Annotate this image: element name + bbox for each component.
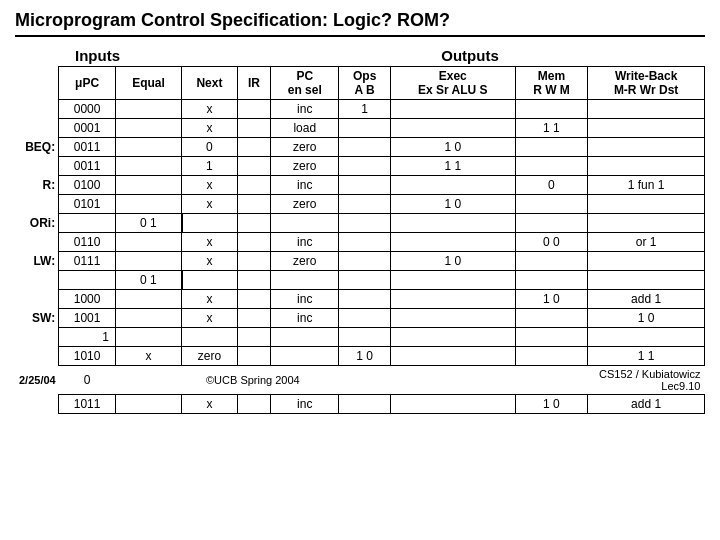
cell-mem [515, 347, 588, 366]
cell-ir [237, 252, 270, 271]
cell-pc: zero [271, 157, 339, 176]
cell-next: 0 [182, 138, 238, 157]
cell-upc: 0110 [59, 233, 116, 252]
table-row: BEQ: 0011 0 zero 1 0 [15, 138, 705, 157]
cell-ops [339, 271, 390, 290]
cell-copyright: ©UCB Spring 2004 [115, 366, 390, 395]
outputs-header: Outputs [235, 47, 705, 64]
cell-mem: 1 1 [515, 119, 588, 138]
cell-next: 1 [182, 157, 238, 176]
cell-ir [237, 214, 270, 233]
row-label [15, 290, 59, 309]
cell-mem [515, 271, 588, 290]
page-title: Microprogram Control Specification: Logi… [15, 10, 705, 37]
table-row: ORi: 0 1 [15, 214, 705, 233]
cell-upc [59, 214, 116, 233]
main-table: μPC Equal Next IR PCen sel OpsA B ExecEx… [15, 66, 705, 414]
cell-ops: 1 0 [339, 347, 390, 366]
cell-wb: add 1 [588, 290, 705, 309]
table-row: 0011 1 zero 1 1 [15, 157, 705, 176]
row-label [15, 347, 59, 366]
cell-next [182, 271, 238, 290]
cell-mem [515, 195, 588, 214]
table-row: 0110 x inc 0 0 or 1 [15, 233, 705, 252]
cell-upc: 1011 [59, 395, 116, 414]
table-row: R: 0100 x inc 0 1 fun 1 [15, 176, 705, 195]
cell-wb [588, 252, 705, 271]
table-row: 0000 x inc 1 [15, 100, 705, 119]
table-row: 0101 x zero 1 0 [15, 195, 705, 214]
cell-equal [115, 233, 181, 252]
cell-pc: zero [271, 195, 339, 214]
cell-ops: 1 [339, 100, 390, 119]
cell-ir [237, 347, 270, 366]
cell-mem [515, 157, 588, 176]
cell-next: x [182, 195, 238, 214]
cell-ops [339, 395, 390, 414]
cell-wb [588, 214, 705, 233]
cell-exec [390, 176, 515, 195]
table-row: 0 1 [15, 271, 705, 290]
table-row: 1 [15, 328, 705, 347]
th-exec: ExecEx Sr ALU S [390, 67, 515, 100]
cell-wb [588, 328, 705, 347]
th-mem: MemR W M [515, 67, 588, 100]
cell-wb: 1 1 [588, 347, 705, 366]
row-label: SW: [15, 309, 59, 328]
row-label [15, 157, 59, 176]
cell-wb: add 1 [588, 395, 705, 414]
th-wb: Write-BackM-R Wr Dst [588, 67, 705, 100]
cell-exec [390, 233, 515, 252]
cell-exec [390, 100, 515, 119]
cell-next: x [182, 233, 238, 252]
inputs-header: Inputs [75, 47, 235, 64]
section-headers: Inputs Outputs [75, 47, 705, 64]
cell-ops [339, 176, 390, 195]
cell-equal [115, 309, 181, 328]
cell-mem: 1 0 [515, 290, 588, 309]
cell-ops [339, 214, 390, 233]
cell-exec [390, 309, 515, 328]
cell-upc: 0011 [59, 157, 116, 176]
cell-equal [115, 119, 181, 138]
cell-ops [339, 157, 390, 176]
th-next: Next [182, 67, 238, 100]
cell-pc [271, 271, 339, 290]
cell-pc: zero [271, 138, 339, 157]
cell-ir [237, 195, 270, 214]
table-row: 0001 x load 1 1 [15, 119, 705, 138]
cell-upc [59, 271, 116, 290]
cell-exec [390, 214, 515, 233]
cell-exec [390, 290, 515, 309]
cell-pc: zero [271, 252, 339, 271]
cell-equal [115, 138, 181, 157]
cell-upc: 0111 [59, 252, 116, 271]
cell-mem [515, 214, 588, 233]
cell-upc: 0000 [59, 100, 116, 119]
cell-pc [271, 347, 339, 366]
cell-wb [588, 119, 705, 138]
table-row: 1010 x zero 1 0 1 1 [15, 347, 705, 366]
cell-ops [339, 290, 390, 309]
cell-ops [339, 328, 390, 347]
cell-pc: inc [271, 309, 339, 328]
cell-equal [115, 252, 181, 271]
row-label: ORi: [15, 214, 59, 233]
table-row-footer: 2/25/04 0 ©UCB Spring 2004 CS152 / Kubia… [15, 366, 705, 395]
row-label: BEQ: [15, 138, 59, 157]
cell-next [182, 214, 238, 233]
cell-pc: inc [271, 176, 339, 195]
cell-credit: CS152 / KubiatowiczLec9.10 [390, 366, 704, 395]
cell-ops [339, 233, 390, 252]
cell-exec: 1 0 [390, 138, 515, 157]
row-label: LW: [15, 252, 59, 271]
row-label [15, 119, 59, 138]
cell-equal [115, 100, 181, 119]
cell-wb: 1 0 [588, 309, 705, 328]
cell-mem [515, 328, 588, 347]
cell-pc [271, 214, 339, 233]
cell-ops [339, 195, 390, 214]
cell-next: x [182, 395, 238, 414]
table-row: SW: 1001 x inc 1 0 [15, 309, 705, 328]
cell-next: x [182, 290, 238, 309]
